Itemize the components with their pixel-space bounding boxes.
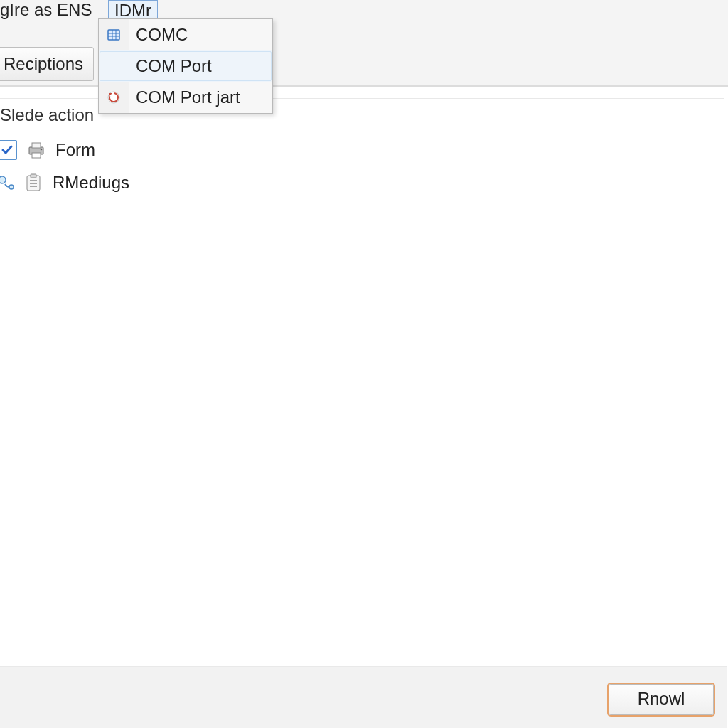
svg-point-11 <box>9 185 14 189</box>
list-item-label: RMediugs <box>53 173 129 193</box>
svg-point-10 <box>0 176 6 183</box>
link-icon <box>0 172 14 193</box>
section-label: Slede action <box>0 105 94 125</box>
menubar-fragment-text: gIre as ENS <box>0 0 92 20</box>
menu-item-comc[interactable]: COMC <box>99 19 272 50</box>
list-item[interactable]: RMediugs <box>0 166 724 199</box>
footer-bar: Rnowl <box>0 666 727 728</box>
grid-icon <box>99 28 129 42</box>
action-list: Form RMediugs <box>0 134 724 199</box>
svg-rect-7 <box>32 143 41 148</box>
bottom-separator <box>0 665 727 665</box>
menu-item-com-port-jart[interactable]: COM Port jart <box>99 82 272 113</box>
reciptions-label: Reciptions <box>4 54 83 73</box>
clipboard-icon <box>23 172 44 193</box>
printer-icon <box>26 139 47 161</box>
primary-button-label: Rnowl <box>638 689 685 708</box>
svg-point-9 <box>41 149 43 151</box>
menu-item-label: COMC <box>129 25 188 45</box>
checkbox[interactable] <box>0 140 17 160</box>
list-item[interactable]: Form <box>0 134 724 166</box>
menu-item-label: COM Port <box>129 56 212 76</box>
dropdown-menu: COMC COM Port COM Port jart <box>98 18 273 114</box>
svg-rect-0 <box>108 30 119 40</box>
refresh-icon <box>99 90 129 105</box>
rnowl-button[interactable]: Rnowl <box>609 684 714 715</box>
svg-rect-8 <box>32 153 41 158</box>
reciptions-button[interactable]: Reciptions <box>0 47 94 81</box>
menu-item-label: COM Port jart <box>129 87 240 107</box>
svg-rect-13 <box>31 174 36 178</box>
menu-item-com-port[interactable]: COM Port <box>99 50 272 82</box>
list-item-label: Form <box>55 140 95 160</box>
window-root: gIre as ENS IDMr Reciptions COMC COM Por <box>0 0 728 728</box>
